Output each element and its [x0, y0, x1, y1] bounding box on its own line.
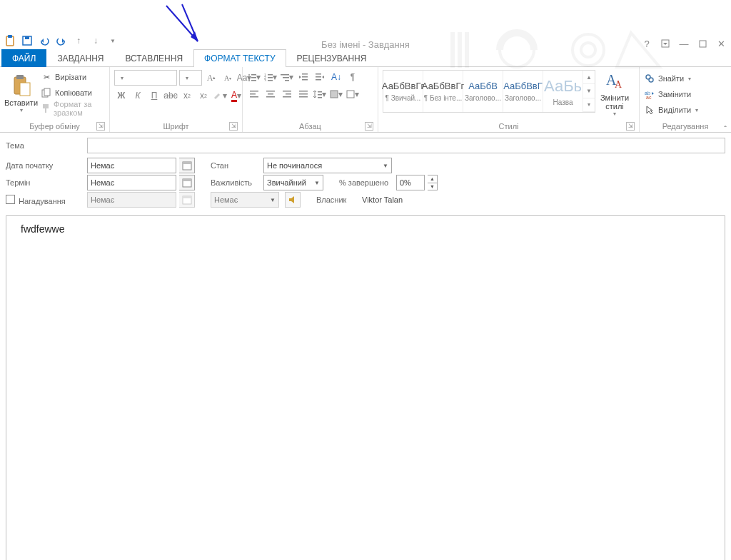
start-date-combo[interactable]: Немає — [87, 158, 176, 173]
borders-icon[interactable]: ▾ — [346, 87, 360, 101]
styles-launcher[interactable]: ⇲ — [626, 122, 635, 131]
svg-rect-71 — [183, 179, 191, 181]
show-marks-icon[interactable]: ¶ — [346, 70, 360, 84]
ribbon: Вставити ▾ ✂Вирізати Копіювати Формат за… — [0, 67, 731, 133]
gallery-more-icon[interactable]: ▾ — [583, 98, 595, 112]
replace-button[interactable]: abacЗамінити — [644, 87, 691, 101]
tab-file[interactable]: ФАЙЛ — [1, 49, 46, 67]
font-size-combo[interactable]: ▾ — [179, 70, 202, 86]
svg-rect-60 — [331, 91, 338, 98]
close-icon[interactable]: ✕ — [715, 38, 727, 49]
shrink-font-icon[interactable]: A▾ — [221, 71, 235, 85]
clipboard-launcher[interactable]: ⇲ — [96, 122, 105, 131]
underline-icon[interactable]: П — [147, 88, 161, 103]
priority-combo[interactable]: Звичайний▼ — [263, 175, 323, 190]
group-styles: АаБбВвГг¶ Звичай... АаБбВвГг¶ Без інте..… — [378, 67, 640, 132]
spin-down-icon[interactable]: ▼ — [428, 183, 437, 190]
minimize-icon[interactable]: — — [678, 38, 690, 49]
svg-rect-16 — [16, 75, 24, 79]
svg-rect-23 — [251, 74, 256, 76]
svg-marker-13 — [663, 43, 667, 45]
percent-label: % завершено — [339, 178, 393, 187]
increase-indent-icon[interactable] — [313, 70, 327, 84]
superscript-icon[interactable]: x2 — [196, 88, 211, 103]
gallery-down-icon[interactable]: ▼ — [583, 84, 595, 98]
line-spacing-icon[interactable]: ▾ — [313, 87, 327, 101]
italic-icon[interactable]: К — [131, 88, 145, 103]
window-title: Без імені - Завдання — [0, 39, 731, 50]
state-combo[interactable]: Не починалося▼ — [263, 158, 392, 173]
reminder-time-combo: Немає▼ — [211, 192, 279, 208]
tab-task[interactable]: ЗАВДАННЯ — [46, 49, 114, 67]
help-icon[interactable]: ? — [641, 38, 652, 49]
state-label: Стан — [211, 161, 261, 170]
due-date-combo[interactable]: Немає — [87, 175, 176, 190]
decrease-indent-icon[interactable] — [296, 70, 311, 84]
svg-marker-40 — [299, 76, 301, 78]
reminder-checkbox[interactable] — [6, 195, 15, 204]
font-launcher[interactable]: ⇲ — [229, 122, 238, 131]
align-right-icon[interactable] — [280, 87, 294, 101]
svg-rect-56 — [299, 96, 308, 98]
highlight-icon[interactable]: ▾ — [213, 88, 227, 103]
multilevel-icon[interactable]: ▾ — [280, 70, 294, 84]
style-gallery[interactable]: АаБбВвГг¶ Звичай... АаБбВвГг¶ Без інте..… — [383, 70, 595, 113]
gallery-up-icon[interactable]: ▲ — [583, 71, 595, 84]
tab-format-text[interactable]: ФОРМАТ ТЕКСТУ — [193, 49, 286, 67]
maximize-icon[interactable] — [697, 38, 708, 49]
style-4[interactable]: АаБьНазва — [543, 71, 583, 112]
ribbon-options-icon[interactable] — [660, 38, 671, 49]
svg-text:A: A — [615, 79, 622, 90]
reminder-sound-button[interactable] — [285, 192, 301, 208]
find-button[interactable]: Знайти▾ — [644, 71, 691, 86]
start-date-calendar-icon[interactable] — [179, 158, 195, 173]
svg-rect-61 — [347, 91, 354, 98]
collapse-ribbon-icon[interactable]: ˆ — [724, 125, 727, 133]
bold-icon[interactable]: Ж — [114, 88, 128, 103]
select-button[interactable]: Виділити▾ — [644, 103, 698, 117]
tab-insert[interactable]: ВСТАВЛЕННЯ — [115, 49, 194, 67]
align-center-icon[interactable] — [263, 87, 278, 101]
due-date-calendar-icon[interactable] — [179, 175, 195, 190]
style-1[interactable]: АаБбВвГг¶ Без інте... — [423, 71, 463, 112]
paste-label: Вставити — [4, 98, 38, 107]
style-2[interactable]: АаБбВЗаголово... — [463, 71, 503, 112]
percent-complete-input[interactable]: 0% — [396, 175, 425, 190]
sort-icon[interactable]: A↓ — [329, 70, 343, 84]
subject-input[interactable] — [87, 138, 725, 153]
svg-point-24 — [248, 77, 250, 78]
brush-icon — [41, 103, 51, 114]
task-body-editor[interactable]: fwdfewwe — [6, 215, 725, 560]
style-3[interactable]: АаБбВвГЗаголово... — [503, 71, 543, 112]
numbering-icon[interactable]: 123▾ — [263, 70, 278, 84]
justify-icon[interactable] — [296, 87, 311, 101]
svg-rect-55 — [299, 93, 308, 95]
paste-button[interactable]: Вставити ▾ — [4, 70, 38, 117]
align-left-icon[interactable] — [247, 87, 261, 101]
due-date-label: Термін — [6, 178, 84, 187]
subscript-icon[interactable]: x2 — [180, 88, 194, 103]
grow-font-icon[interactable]: A▴ — [204, 71, 218, 85]
change-styles-button[interactable]: AA Змінити стилі ▾ — [598, 70, 631, 117]
font-color-icon[interactable]: A▾ — [229, 88, 243, 103]
paragraph-launcher[interactable]: ⇲ — [365, 122, 373, 131]
group-paragraph: ▾ 123▾ ▾ A↓ ¶ ▾ ▾ ▾ Абзац⇲ — [243, 67, 378, 132]
style-0[interactable]: АаБбВвГг¶ Звичай... — [383, 71, 423, 112]
group-font-label: Шрифт⇲ — [114, 122, 238, 132]
svg-rect-50 — [266, 96, 275, 98]
spin-up-icon[interactable]: ▲ — [428, 175, 437, 183]
font-family-combo[interactable]: ▾ — [114, 70, 177, 86]
shading-icon[interactable]: ▾ — [329, 87, 343, 101]
svg-rect-35 — [283, 77, 289, 78]
copy-button[interactable]: Копіювати — [41, 86, 105, 100]
reminder-label[interactable]: Нагадування — [6, 195, 84, 205]
copy-icon — [41, 87, 52, 98]
bullets-icon[interactable]: ▾ — [247, 70, 261, 84]
tab-review[interactable]: РЕЦЕНЗУВАННЯ — [286, 49, 378, 67]
group-clipboard: Вставити ▾ ✂Вирізати Копіювати Формат за… — [0, 67, 110, 132]
format-painter-button[interactable]: Формат за зразком — [41, 101, 105, 116]
percent-spinner[interactable]: ▲▼ — [428, 175, 438, 190]
strikethrough-icon[interactable]: abc — [163, 88, 178, 103]
cut-button[interactable]: ✂Вирізати — [41, 70, 105, 84]
svg-rect-29 — [268, 74, 273, 76]
